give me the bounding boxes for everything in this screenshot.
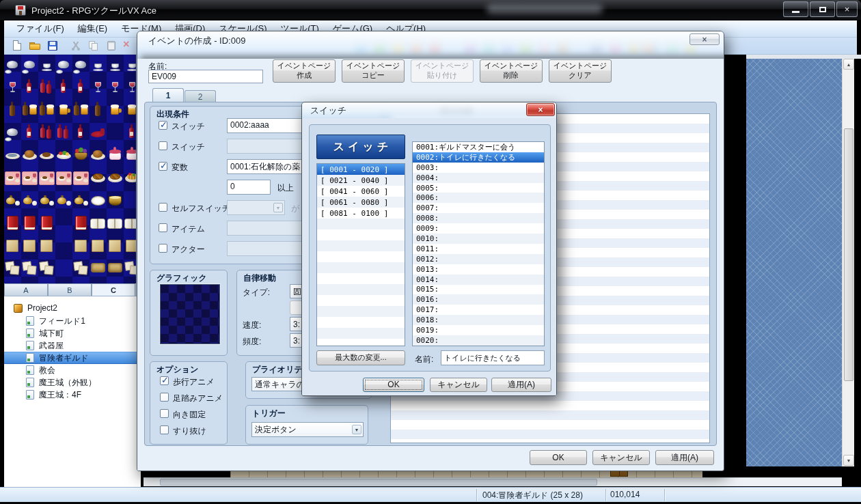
switch-range-item[interactable]: [ 0041 - 0060 ] [317,186,405,197]
palette-tile[interactable] [4,123,21,145]
new-file-icon[interactable] [11,40,23,52]
tree-item-map[interactable]: 魔王城（外観） [4,376,141,389]
palette-tile[interactable] [38,55,55,78]
paste-icon[interactable] [105,40,118,52]
palette-tile[interactable] [107,123,124,145]
menu-item-1[interactable]: ファイル(F) [10,20,71,37]
switch-list-item[interactable]: 0015: [413,284,544,294]
palette-tile[interactable] [107,191,124,213]
tree-item-map[interactable]: 教会 [4,364,141,376]
cancel-button[interactable]: キャンセル [430,378,487,392]
palette-tile[interactable] [38,213,55,236]
palette-tile[interactable] [4,78,21,100]
switch-list-item[interactable]: 0003: [413,163,544,173]
tile-palette[interactable] [4,55,141,283]
palette-tile[interactable] [107,55,124,78]
tree-item-map[interactable]: 武器屋 [4,339,141,352]
apply-button[interactable]: 適用(A) [491,378,551,392]
switch-list-item[interactable]: 0009: [413,223,544,234]
palette-tile[interactable] [4,168,21,191]
save-icon[interactable] [46,40,59,52]
switch-list-item[interactable]: 0006: [413,193,544,203]
palette-tile[interactable] [4,100,21,123]
palette-tile[interactable] [21,168,38,191]
palette-tile[interactable] [90,78,107,100]
palette-tile[interactable] [107,258,124,281]
palette-tile[interactable] [38,145,55,168]
switch-range-item[interactable]: [ 0061 - 0080 ] [317,197,405,208]
palette-tile[interactable] [90,100,107,123]
option-checkbox-1[interactable] [160,376,169,385]
palette-tile[interactable] [90,145,107,168]
tree-item-map[interactable]: 城下町 [4,327,141,339]
event-page-tab-1[interactable]: 1 [152,88,184,102]
palette-tile[interactable] [72,168,90,191]
palette-tile[interactable] [21,55,38,78]
palette-tile[interactable] [38,123,55,145]
event-page-button-5[interactable]: イベントページ クリア [549,59,612,83]
palette-tile[interactable] [72,100,90,123]
palette-tile[interactable] [90,236,107,258]
palette-tile[interactable] [55,123,72,145]
close-window-button[interactable]: × [836,1,858,17]
event-page-button-4[interactable]: イベントページ 削除 [480,59,543,83]
tree-item-map[interactable]: フィールド1 [4,315,141,327]
palette-tile[interactable] [90,191,107,213]
event-name-input[interactable] [148,70,263,83]
dialog-close-button[interactable]: × [526,103,555,116]
palette-tile[interactable] [72,145,90,168]
palette-tile[interactable] [21,145,38,168]
switch-list-item[interactable]: 0002:トイレに行きたくなる [413,152,544,163]
maximize-button[interactable] [810,1,835,17]
palette-tile[interactable] [107,145,124,168]
palette-tile[interactable] [72,78,90,100]
palette-tab-a[interactable]: A [4,283,48,296]
event-page-button-1[interactable]: イベントページ 作成 [273,59,336,83]
palette-tab-b[interactable]: B [48,283,92,296]
delete-icon[interactable]: × [122,40,134,52]
palette-tile[interactable] [72,236,90,258]
tree-item-map[interactable]: 冒険者ギルド [4,352,141,364]
option-checkbox-3[interactable] [160,409,169,418]
palette-tile[interactable] [4,145,21,168]
palette-tile[interactable] [4,191,21,213]
switch-range-item[interactable]: [ 0001 - 0020 ] [317,164,405,175]
palette-tile[interactable] [4,55,21,78]
palette-tile[interactable] [38,100,55,123]
switch-list-item[interactable]: 0019: [413,325,544,335]
tree-item-project[interactable]: Project2 [4,302,141,314]
palette-tile[interactable] [90,258,107,281]
ok-button[interactable]: OK [530,450,587,465]
switch-list-item[interactable]: 0016: [413,294,544,305]
variable-amount-spinner[interactable]: 0 [227,180,271,195]
palette-tile[interactable] [38,236,55,258]
switch-list-item[interactable]: 0005: [413,183,544,193]
switch-range-list[interactable]: [ 0001 - 0020 ][ 0021 - 0040 ][ 0041 - 0… [316,163,405,346]
palette-tab-c[interactable]: C [92,283,135,296]
switch-list-item[interactable]: 0008: [413,213,544,223]
item-checkbox[interactable] [159,223,167,232]
option-checkbox-4[interactable] [160,425,169,434]
switch-list-item[interactable]: 0004: [413,173,544,183]
palette-tile[interactable] [21,123,38,145]
palette-tile[interactable] [38,168,55,191]
menu-item-2[interactable]: 編集(E) [71,20,114,37]
copy-icon[interactable] [87,40,100,52]
palette-tile[interactable] [55,213,72,236]
palette-tile[interactable] [90,55,107,78]
switch-list-item[interactable]: 0007: [413,203,544,213]
switch-list-item[interactable]: 0010: [413,234,544,244]
switch2-checkbox[interactable] [159,141,167,150]
palette-tile[interactable] [72,213,90,236]
switch-list[interactable]: 0001:ギルドマスターに会う0002:トイレに行きたくなる0003:0004:… [412,141,545,346]
palette-tile[interactable] [55,191,72,213]
ok-button[interactable]: OK [363,378,424,392]
palette-tile[interactable] [55,236,72,258]
palette-tile[interactable] [38,258,55,281]
switch-list-item[interactable]: 0013: [413,264,544,275]
scroll-up-button[interactable]: ▲ [843,59,854,70]
palette-tile[interactable] [21,78,38,100]
dialog-close-button[interactable]: × [689,33,720,45]
switch-list-item[interactable]: 0012: [413,254,544,264]
palette-tile[interactable] [21,191,38,213]
